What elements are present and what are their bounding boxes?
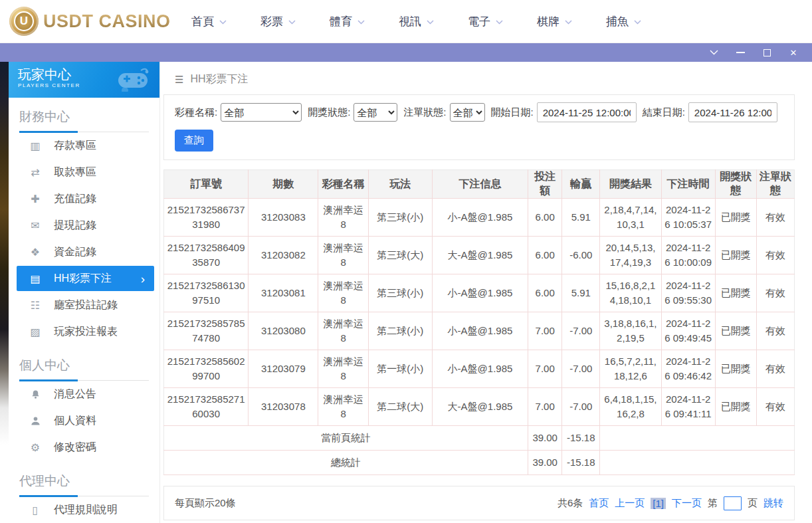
sidebar-item[interactable]: ▨玩家投注報表 [9, 318, 159, 345]
window-maximize-button[interactable] [754, 43, 780, 62]
nav-item-5[interactable]: 電子 [451, 14, 520, 29]
table-cell: 3,18,8,16,1,2,19,5 [600, 312, 661, 350]
table-cell: 31203082 [249, 237, 318, 274]
next-page-link[interactable]: 下一页 [672, 497, 702, 510]
sidebar-item[interactable]: ▤HH彩票下注› [17, 266, 154, 291]
room-bets-icon: ☷ [29, 299, 42, 312]
sidebar-section: 財務中心▥存款專區⇄取款專區✚充值記錄✉提現記錄❖資金記錄▤HH彩票下注›☷廳室… [9, 108, 159, 346]
table-cell: 第二球(大) [368, 388, 432, 426]
table-cell: 第三球(小) [368, 274, 432, 312]
draw-status-select[interactable]: 全部 [354, 103, 397, 122]
table-cell: 有效 [756, 237, 794, 274]
table-cell: 有效 [756, 274, 794, 312]
table-cell: 5.91 [562, 274, 600, 312]
sidebar-item-label: 代理規則說明 [54, 503, 118, 517]
sidebar-sections: 財務中心▥存款專區⇄取款專區✚充值記錄✉提現記錄❖資金記錄▤HH彩票下注›☷廳室… [9, 108, 159, 523]
profile-person-icon [29, 416, 42, 426]
nav-item-4[interactable]: 視訊 [382, 14, 451, 29]
prev-page-link[interactable]: 上一页 [615, 497, 645, 510]
sidebar-item-label: 提現記錄 [54, 219, 96, 233]
table-row: 215217325864093587031203082澳洲幸运8第三球(大)大-… [164, 237, 795, 274]
jump-link[interactable]: 跳转 [763, 497, 783, 510]
search-button[interactable]: 查詢 [175, 130, 213, 152]
table-cell: 已開獎 [715, 350, 756, 388]
nav-item-7[interactable]: 捕魚 [589, 14, 659, 29]
sidebar-section: 代理中心▯代理規則說明 [9, 472, 159, 523]
table-cell: 小-A盤@1.985 [432, 199, 528, 237]
nav-item-1[interactable]: 首頁 [175, 14, 244, 29]
nav-item-2[interactable]: 彩票 [244, 14, 313, 29]
table-cell: 澳洲幸运8 [318, 199, 368, 237]
sidebar-item[interactable]: 個人資料 [9, 407, 159, 434]
sidebar-item-label: 廳室投註記錄 [54, 298, 118, 312]
sidebar-item[interactable]: 消息公告 [9, 381, 159, 407]
table-cell: 31203081 [249, 274, 318, 312]
window-close-button[interactable]: ✕ [780, 43, 807, 62]
table-header-cell: 訂單號 [164, 170, 249, 199]
table-cell: 第三球(小) [368, 199, 432, 237]
sidebar-item[interactable]: ⇄取款專區 [9, 159, 159, 185]
hamburger-icon[interactable]: ☰ [175, 74, 183, 86]
password-gear-icon: ⚙ [29, 441, 42, 454]
nav-item-label: 捕魚 [606, 14, 629, 29]
bet-report-icon: ▨ [29, 326, 42, 338]
table-header-cell: 開獎結果 [600, 170, 661, 199]
start-date-input[interactable] [537, 102, 637, 122]
sidebar-item[interactable]: ▯代理規則說明 [9, 496, 159, 523]
table-cell: 16,5,7,2,11,18,12,6 [600, 350, 661, 388]
sidebar-item[interactable]: ✚充值記錄 [9, 185, 159, 212]
order-status-select[interactable]: 全部 [450, 103, 485, 122]
table-cell: 5.91 [562, 199, 600, 237]
sidebar-item[interactable]: ☷廳室投註記錄 [9, 292, 159, 318]
window-minimize-button[interactable] [727, 43, 754, 62]
summary-winloss-total-cell: -15.18 [562, 451, 600, 475]
table-header-cell: 期數 [249, 170, 318, 199]
lottery-name-label: 彩種名稱: [175, 106, 217, 119]
nav-item-label: 棋牌 [537, 14, 559, 29]
logo[interactable]: U USDT CASINO [9, 7, 171, 36]
table-cell: 2,18,4,7,14,10,3,1 [600, 199, 661, 237]
window-collapse-button[interactable] [700, 43, 727, 62]
announcement-bell-icon [29, 389, 42, 399]
sidebar-item[interactable]: ▥存款專區 [9, 132, 159, 159]
nav-item-6[interactable]: 棋牌 [520, 14, 589, 29]
table-cell: 31203080 [249, 312, 318, 350]
sidebar-item[interactable]: ❖資金記錄 [9, 239, 159, 265]
table-cell: 31203083 [249, 199, 318, 237]
current-page-indicator[interactable]: [1] [651, 498, 666, 509]
first-page-link[interactable]: 首页 [589, 497, 609, 510]
summary-label-cell: 當前頁統計 [164, 426, 528, 451]
table-cell: 第二球(小) [368, 312, 432, 350]
table-header-cell: 輸贏 [562, 170, 600, 199]
table-row: 215217325852716003031203078澳洲幸运8第二球(大)大-… [164, 388, 795, 426]
window-titlebar: ✕ [0, 43, 812, 62]
logo-coin-icon: U [9, 7, 39, 36]
sidebar-item-label: 玩家投注報表 [54, 325, 118, 339]
table-cell: 澳洲幸运8 [318, 388, 368, 426]
sidebar-item-label: 存款專區 [54, 139, 96, 153]
table-cell: -7.00 [562, 350, 600, 388]
sidebar-item[interactable]: ⚙修改密碼 [9, 434, 159, 461]
sidebar-section: 個人中心消息公告個人資料⚙修改密碼 [9, 357, 159, 462]
nav-item-3[interactable]: 體育 [313, 14, 382, 29]
lottery-name-select[interactable]: 全部 [221, 103, 302, 122]
sidebar-item[interactable]: ✉提現記錄 [9, 212, 159, 239]
sidebar-item-label: 資金記錄 [54, 245, 96, 259]
table-header-cell: 玩法 [368, 170, 432, 199]
chevron-down-icon [288, 20, 296, 25]
minimize-icon [736, 52, 745, 53]
end-date-input[interactable] [688, 102, 777, 122]
table-cell: 6.00 [528, 274, 562, 312]
jump-page-input[interactable] [724, 496, 742, 510]
maximize-icon [763, 49, 771, 56]
chevron-down-icon [565, 20, 572, 25]
table-row: 215217325856029970031203079澳洲幸运8第一球(小)小-… [164, 350, 795, 388]
table-cell: 2152173258527160030 [164, 388, 249, 426]
table-cell: 已開獎 [715, 199, 756, 237]
table-cell: 已開獎 [715, 274, 756, 312]
table-cell: 2152173258640935870 [164, 237, 249, 274]
sidebar-item-label: 充值記錄 [54, 192, 96, 206]
funds-record-icon: ❖ [29, 246, 42, 259]
table-cell: 已開獎 [715, 237, 756, 274]
start-date-label: 開始日期: [491, 106, 534, 119]
